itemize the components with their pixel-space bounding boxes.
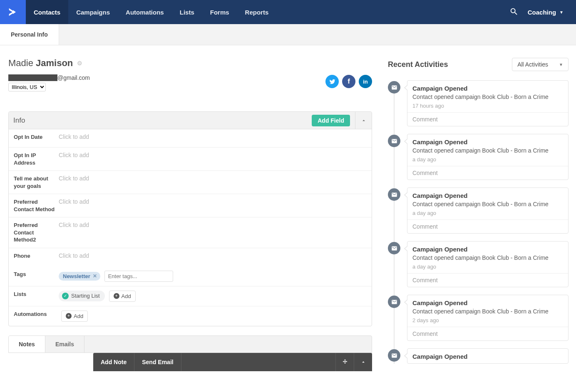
click-to-add[interactable]: Click to add (59, 252, 89, 259)
contact-last-name: Jamison (36, 58, 73, 68)
activity-time: 2 days ago (412, 317, 563, 323)
linkedin-icon[interactable]: in (359, 75, 372, 88)
activity-card: Campaign OpenedContact opened campaign B… (407, 295, 569, 341)
automations-label: Automations (14, 311, 59, 318)
recent-activities-title: Recent Activities (388, 60, 448, 69)
activity-time: a day ago (412, 210, 563, 216)
facebook-icon[interactable]: f (342, 75, 355, 88)
envelope-icon (388, 242, 400, 254)
envelope-icon (388, 296, 400, 308)
send-email-button[interactable]: Send Email (134, 353, 181, 371)
add-label: Add (122, 293, 131, 299)
move-handle-icon[interactable] (335, 353, 354, 371)
social-row: f in (325, 75, 372, 88)
activity-comment-link[interactable]: Comment (407, 327, 568, 340)
plus-circle-icon: + (66, 313, 72, 319)
click-to-add[interactable]: Click to add (59, 152, 89, 158)
tag-chip[interactable]: Newsletter ✕ (59, 272, 100, 281)
tag-input[interactable] (104, 271, 173, 282)
tab-emails[interactable]: Emails (45, 336, 84, 353)
add-label: Add (74, 313, 83, 319)
activity-item: Campaign OpenedContact opened campaign B… (388, 295, 569, 341)
activity-item: Campaign Opened (388, 348, 569, 364)
field-label: Preferred Contact Method (14, 198, 59, 213)
activity-description: Contact opened campaign Book Club - Born… (412, 254, 563, 261)
field-automations: Automations + Add (9, 306, 372, 326)
activity-description: Contact opened campaign Book Club - Born… (412, 201, 563, 207)
twitter-icon[interactable] (325, 75, 339, 88)
click-to-add[interactable]: Click to add (59, 198, 89, 205)
action-bar: Add Note Send Email (93, 353, 372, 371)
add-automation-button[interactable]: + Add (61, 311, 88, 322)
tag-text: Newsletter (63, 273, 90, 279)
tab-notes[interactable]: Notes (9, 336, 45, 353)
field-row: Preferred Contact MethodClick to add (9, 194, 372, 217)
activities-filter[interactable]: All Activities ▼ (512, 58, 569, 71)
activity-card: Campaign OpenedContact opened campaign B… (407, 241, 569, 287)
nav-item-lists[interactable]: Lists (172, 0, 202, 24)
nav-item-reports[interactable]: Reports (237, 0, 277, 24)
location-select[interactable]: Illinois, US (8, 83, 46, 91)
field-row: Tell me about your goalsClick to add (9, 171, 372, 194)
collapse-toggle[interactable] (355, 112, 372, 129)
activity-comment-link[interactable]: Comment (407, 166, 568, 180)
activity-item: Campaign OpenedContact opened campaign B… (388, 187, 569, 234)
envelope-icon (388, 349, 400, 362)
click-to-add[interactable]: Click to add (59, 175, 89, 182)
nav-item-automations[interactable]: Automations (118, 0, 172, 24)
contact-email[interactable]: @gmail.com (8, 74, 372, 81)
envelope-icon (388, 188, 400, 201)
add-note-button[interactable]: Add Note (93, 353, 134, 371)
field-label: Tell me about your goals (14, 175, 59, 190)
plus-circle-icon: + (114, 293, 119, 299)
caret-down-icon: ▼ (559, 62, 563, 67)
field-label: Opt In Date (14, 133, 59, 141)
activity-time: a day ago (412, 156, 563, 163)
add-list-button[interactable]: + Add (109, 291, 136, 302)
activity-item: Campaign OpenedContact opened campaign B… (388, 241, 569, 287)
activity-card: Campaign OpenedContact opened campaign B… (407, 134, 569, 180)
gear-icon[interactable]: ⚙ (77, 60, 82, 67)
collapse-up-icon[interactable] (354, 353, 372, 371)
tag-remove-icon[interactable]: ✕ (93, 273, 97, 279)
check-circle-icon: ✓ (62, 293, 69, 299)
nav-item-contacts[interactable]: Contacts (26, 0, 68, 24)
activities-timeline: Campaign OpenedContact opened campaign B… (388, 80, 569, 364)
click-to-add[interactable]: Click to add (59, 222, 89, 228)
tags-label: Tags (14, 271, 59, 278)
nav-items: ContactsCampaignsAutomationsListsFormsRe… (26, 0, 276, 24)
activity-comment-link[interactable]: Comment (407, 112, 568, 126)
activity-description: Contact opened campaign Book Club - Born… (412, 94, 563, 100)
info-panel-header: Info Add Field (9, 112, 372, 129)
tab-personal-info[interactable]: Personal Info (0, 24, 59, 45)
contact-detail-pane: Madie Jamison ⚙ @gmail.com Illinois, US … (0, 45, 380, 371)
email-redacted (8, 74, 57, 81)
filter-label: All Activities (517, 61, 548, 68)
activity-card: Campaign OpenedContact opened campaign B… (407, 80, 569, 126)
activity-item: Campaign OpenedContact opened campaign B… (388, 80, 569, 126)
app-logo[interactable] (0, 0, 26, 24)
field-lists: Lists ✓ Starting List + Add (9, 286, 372, 306)
activity-title: Campaign Opened (412, 353, 563, 360)
lists-label: Lists (14, 291, 59, 298)
field-row: Preferred Contact Method2Click to add (9, 217, 372, 248)
account-label: Coaching (528, 9, 556, 16)
activity-comment-link[interactable]: Comment (407, 273, 568, 287)
activity-card: Campaign OpenedContact opened campaign B… (407, 187, 569, 234)
field-row: Opt In DateClick to add (9, 129, 372, 148)
nav-item-campaigns[interactable]: Campaigns (68, 0, 118, 24)
activity-comment-link[interactable]: Comment (407, 219, 568, 233)
activity-description: Contact opened campaign Book Club - Born… (412, 308, 563, 315)
list-text: Starting List (71, 293, 100, 299)
click-to-add[interactable]: Click to add (59, 133, 89, 140)
activity-time: 17 hours ago (412, 103, 563, 109)
activity-item: Campaign OpenedContact opened campaign B… (388, 134, 569, 180)
nav-item-forms[interactable]: Forms (202, 0, 237, 24)
list-chip[interactable]: ✓ Starting List (59, 291, 105, 301)
account-menu[interactable]: Coaching ▼ (528, 9, 564, 16)
field-label: Preferred Contact Method2 (14, 222, 59, 244)
activity-time: a day ago (412, 264, 563, 270)
activity-title: Campaign Opened (412, 85, 563, 92)
search-icon[interactable] (509, 7, 519, 17)
add-field-button[interactable]: Add Field (312, 115, 350, 126)
